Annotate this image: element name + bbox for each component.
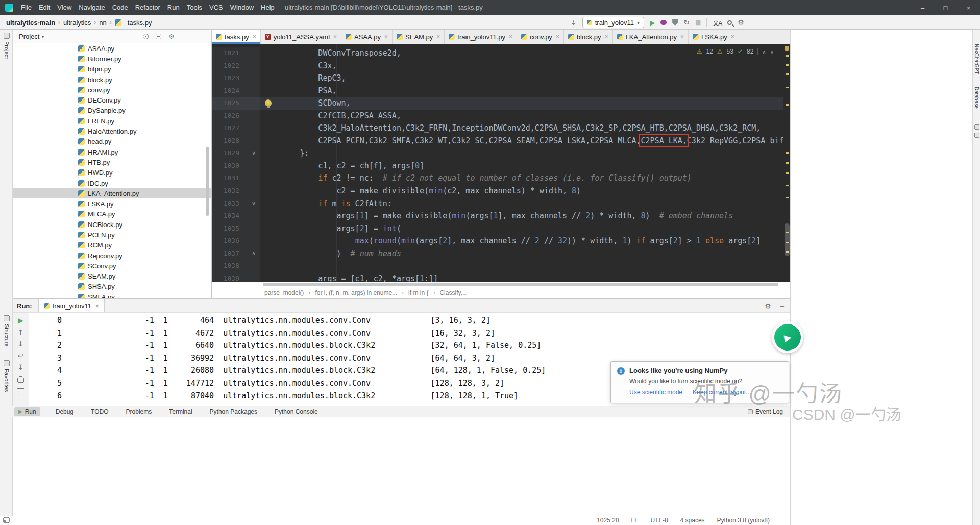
toolwindow-run[interactable]: ▶Run [14,407,40,416]
error-stripe[interactable] [783,44,790,282]
code-editor[interactable]: 1021 DWConvTranspose2d,1022 C3x,1023 Rep… [212,44,790,282]
editor-vertical-scrollbar[interactable] [785,223,790,256]
coverage-button[interactable] [672,19,678,26]
tab-close-icon[interactable]: × [509,33,512,40]
down-stack-icon[interactable]: ↓ [18,340,24,347]
editor-tab[interactable]: ASAA.py× [341,30,393,44]
editor-tab[interactable]: train_yolov11.py× [445,30,517,44]
hide-panel-icon[interactable]: — [182,33,188,40]
line-ending[interactable]: LF [631,517,639,524]
locate-file-icon[interactable] [143,34,149,39]
close-icon[interactable]: × [95,303,99,310]
search-icon[interactable] [727,20,732,25]
fold-marker-icon[interactable]: ∨ [252,147,256,160]
grid-icon[interactable] [974,124,979,130]
code-breadcrumb-item[interactable]: if m in { [408,289,428,296]
project-file[interactable]: Biformer.py [13,54,211,64]
code-breadcrumb-item[interactable]: parse_model() [264,289,304,296]
tab-close-icon[interactable]: × [436,33,440,40]
ai-assistant-button[interactable]: ▶ [772,321,803,353]
project-file[interactable]: FRFN.py [13,116,211,126]
toolwindow-problems[interactable]: Problems [124,407,154,416]
event-log-button[interactable]: Event Log [755,408,783,415]
clear-console-icon[interactable] [18,389,23,395]
stripe-structure[interactable]: Structure [4,324,10,347]
editor-tab[interactable]: block.py× [564,30,613,44]
toolwindow-todo[interactable]: TODO [89,407,110,416]
menu-navigate[interactable]: Navigate [75,4,108,11]
stripe-nexchatgpt[interactable]: NexChatGPT [974,44,979,74]
run-tab[interactable]: train_yolov11 × [38,299,105,312]
project-file[interactable]: DySanple.py [13,106,211,116]
editor-tab[interactable]: LSKA.py× [689,30,739,44]
chevron-down-icon[interactable]: ▾ [41,34,44,39]
project-file[interactable]: Repconv.py [13,251,211,261]
next-problem-icon[interactable]: ∨ [770,49,774,55]
project-file[interactable]: bifpn.py [13,64,211,74]
project-file[interactable]: HaloAttention.py [13,126,211,136]
editor-horizontal-scrollbar[interactable] [212,282,790,287]
project-file[interactable]: MLCA.py [13,209,211,219]
tab-close-icon[interactable]: × [731,33,734,40]
menu-view[interactable]: View [54,4,75,11]
menu-code[interactable]: Code [109,4,132,11]
project-file[interactable]: SHSA.py [13,282,211,292]
soft-wrap-icon[interactable]: ↩ [18,352,24,359]
breadcrumb-item[interactable]: ultralytics-main [6,19,55,27]
stripe-project[interactable]: Project [4,41,10,59]
collapse-all-icon[interactable] [156,34,161,39]
project-file[interactable]: head.py [13,137,211,147]
maximize-button[interactable]: □ [934,0,957,15]
python-interpreter[interactable]: Python 3.8 (yolov8) [717,517,770,524]
project-scrollbar[interactable] [206,147,209,216]
menu-tools[interactable]: Tools [183,4,206,11]
tab-close-icon[interactable]: × [556,33,559,40]
breadcrumb-item[interactable]: ultralytics [63,19,91,27]
project-file[interactable]: DEConv.py [13,95,211,105]
fold-marker-icon[interactable]: ∧ [252,247,256,260]
stripe-database[interactable]: Database [974,87,979,109]
intention-bulb-icon[interactable] [265,99,272,106]
minimize-toolwindow-icon[interactable]: – [780,302,784,310]
menu-edit[interactable]: Edit [35,4,54,11]
toolwindow-switcher-icon[interactable] [3,517,10,523]
project-file[interactable]: HTB.py [13,157,211,167]
prev-problem-icon[interactable]: ∧ [762,49,766,55]
toolwindow-debug[interactable]: Debug [54,407,76,416]
breadcrumb-item[interactable]: nn [99,19,106,27]
stripe-favorites[interactable]: Favorites [4,369,10,392]
tab-close-icon[interactable]: × [333,33,337,40]
breadcrumb-item[interactable]: tasks.py [128,19,152,27]
print-icon[interactable] [17,378,24,383]
editor-tab[interactable]: tasks.py× [212,30,261,44]
menu-window[interactable]: Window [227,4,257,11]
tab-close-icon[interactable]: × [605,33,608,40]
menu-vcs[interactable]: VCS [206,4,227,11]
project-panel-title[interactable]: Project [19,33,39,40]
up-stack-icon[interactable]: ↑ [18,329,24,336]
tab-close-icon[interactable]: × [253,33,256,40]
cursor-position[interactable]: 1025:20 [597,517,619,524]
editor-tab[interactable]: conv.py× [517,30,564,44]
translate-icon[interactable]: 文A [713,18,722,27]
project-file[interactable]: HWD.py [13,168,211,178]
rerun-icon[interactable]: ↻ [683,19,690,26]
code-breadcrumb-item[interactable]: for i, (f, n, m, args) in enume... [315,289,397,296]
project-file[interactable]: LSKA.py [13,198,211,209]
grid-icon[interactable] [974,133,979,138]
settings-gear-icon[interactable]: ⚙ [738,19,744,26]
menu-file[interactable]: File [17,4,35,11]
toolwindow-terminal[interactable]: Terminal [167,407,194,416]
rerun-button[interactable]: ▶ [18,317,23,324]
editor-tab[interactable]: LKA_Attention.py× [613,30,689,44]
menu-help[interactable]: Help [257,4,278,11]
project-file[interactable]: conv.py [13,85,211,95]
toolwindow-python-console[interactable]: Python Console [273,407,320,416]
fold-marker-icon[interactable]: ∨ [252,197,256,210]
tab-close-icon[interactable]: × [384,33,388,40]
editor-tab[interactable]: SEAM.py× [393,30,445,44]
toolwindow-python-packages[interactable]: Python Packages [208,407,259,416]
editor-tab[interactable]: Yyolo11_ASSA.yaml× [261,30,341,44]
run-settings-gear-icon[interactable]: ⚙ [765,303,771,310]
run-config-selector[interactable]: train_yolov11 ▾ [582,17,644,28]
